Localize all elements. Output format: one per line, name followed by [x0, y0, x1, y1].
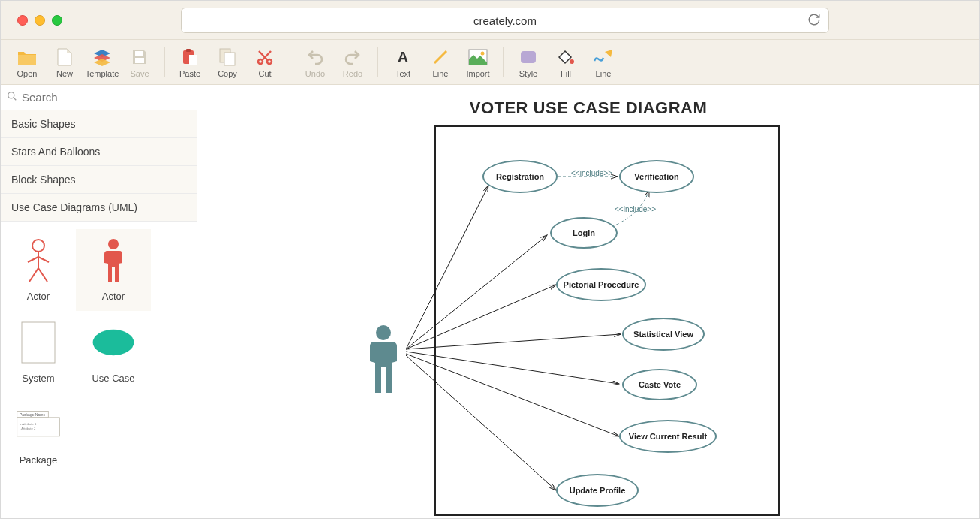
cut-button[interactable]: Cut [246, 41, 284, 83]
line-icon [430, 47, 451, 68]
cut-icon [254, 47, 275, 68]
window-titlebar: creately.com [1, 1, 979, 40]
svg-point-24 [93, 330, 134, 355]
save-button[interactable]: Save [121, 41, 158, 83]
category-block-shapes[interactable]: Block Shapes [1, 166, 197, 194]
svg-point-15 [8, 92, 14, 98]
text-button[interactable]: A Text [384, 41, 422, 83]
shape-palette: Actor Actor System Use Case [1, 222, 197, 519]
svg-point-7 [258, 59, 263, 64]
svg-rect-23 [22, 322, 55, 363]
maximize-window-button[interactable] [52, 15, 62, 26]
svg-rect-6 [224, 53, 235, 65]
svg-rect-3 [186, 49, 191, 52]
copy-icon [217, 47, 238, 68]
window-controls [1, 15, 62, 26]
close-window-button[interactable] [17, 15, 28, 26]
svg-rect-4 [189, 55, 197, 65]
copy-button[interactable]: Copy [209, 41, 246, 83]
new-button[interactable]: New [46, 41, 83, 83]
folder-icon [17, 47, 38, 68]
toolbar-separator [164, 47, 165, 77]
shape-actor-stick[interactable]: Actor [1, 229, 76, 311]
svg-line-21 [38, 268, 47, 282]
style-button[interactable]: Style [510, 41, 547, 83]
svg-text:- Attribute 2: - Attribute 2 [20, 427, 36, 431]
toolbar-separator [503, 47, 504, 77]
template-button[interactable]: Template [83, 41, 121, 83]
diagram-title: VOTER USE CASE DIAGRAM [197, 98, 979, 118]
address-bar-text: creately.com [473, 14, 537, 27]
shape-actor-solid[interactable]: Actor [76, 229, 151, 311]
svg-rect-1 [135, 58, 144, 63]
usecase-view-result[interactable]: View Current Result [619, 420, 717, 453]
svg-text:+ Attribute 1: + Attribute 1 [20, 422, 37, 426]
style-icon [518, 47, 539, 68]
paste-button[interactable]: Paste [171, 41, 209, 83]
usecase-caste-vote[interactable]: Caste Vote [622, 369, 697, 400]
line-style-icon [593, 47, 614, 68]
line-style-button[interactable]: Line [585, 41, 622, 83]
diagram-canvas[interactable]: VOTER USE CASE DIAGRAM <<include>> <<inc… [197, 85, 979, 519]
svg-line-18 [28, 257, 38, 262]
address-bar[interactable]: creately.com [181, 8, 829, 33]
open-button[interactable]: Open [8, 41, 46, 83]
import-button[interactable]: Import [459, 41, 497, 83]
toolbar-separator [290, 47, 290, 77]
shape-sidebar: Basic Shapes Stars And Balloons Block Sh… [1, 85, 197, 519]
usecase-verification[interactable]: Verification [619, 160, 694, 193]
svg-text:A: A [398, 49, 408, 65]
fill-icon [555, 47, 576, 68]
svg-point-38 [376, 325, 391, 340]
category-usecase-uml[interactable]: Use Case Diagrams (UML) [1, 194, 197, 222]
line-button[interactable]: Line [422, 41, 459, 83]
svg-line-20 [29, 268, 38, 282]
svg-point-22 [108, 239, 119, 249]
usecase-registration[interactable]: Registration [482, 160, 558, 193]
shape-system[interactable]: System [1, 311, 76, 393]
svg-line-19 [38, 257, 49, 262]
fill-button[interactable]: Fill [547, 41, 585, 83]
save-icon [129, 47, 150, 68]
include-label: <<include>> [571, 169, 612, 177]
toolbar-separator [377, 47, 378, 77]
new-file-icon [54, 47, 75, 68]
template-icon [92, 47, 113, 68]
svg-point-16 [32, 240, 44, 252]
shape-usecase[interactable]: Use Case [76, 311, 151, 393]
import-icon [467, 47, 488, 68]
shape-package[interactable]: Package Name+ Attribute 1- Attribute 2 P… [1, 393, 76, 475]
actor-voter[interactable] [362, 324, 404, 397]
main-toolbar: Open New Template Save Paste Copy Cut Un… [1, 40, 979, 85]
usecase-update-profile[interactable]: Update Profile [556, 474, 639, 507]
minimize-window-button[interactable] [35, 15, 45, 26]
svg-rect-13 [521, 51, 536, 63]
svg-point-14 [570, 59, 574, 64]
svg-line-10 [434, 51, 446, 63]
svg-rect-0 [135, 51, 143, 56]
undo-icon [305, 47, 326, 68]
usecase-statistical[interactable]: Statistical View [622, 318, 705, 351]
undo-button[interactable]: Undo [296, 41, 334, 83]
svg-point-12 [481, 51, 485, 55]
text-icon: A [392, 47, 413, 68]
usecase-pictorial[interactable]: Pictorial Procedure [556, 268, 646, 301]
redo-button[interactable]: Redo [334, 41, 371, 83]
reload-icon[interactable] [807, 13, 821, 30]
category-basic-shapes[interactable]: Basic Shapes [1, 110, 197, 138]
include-label: <<include>> [615, 205, 656, 213]
svg-text:Package Name: Package Name [20, 412, 45, 417]
svg-point-8 [267, 59, 272, 64]
shape-search-row [1, 85, 197, 110]
shape-search-input[interactable] [22, 91, 191, 104]
redo-icon [342, 47, 363, 68]
paste-icon [179, 47, 200, 68]
search-icon [7, 91, 17, 104]
category-stars-balloons[interactable]: Stars And Balloons [1, 138, 197, 166]
usecase-login[interactable]: Login [550, 217, 618, 249]
